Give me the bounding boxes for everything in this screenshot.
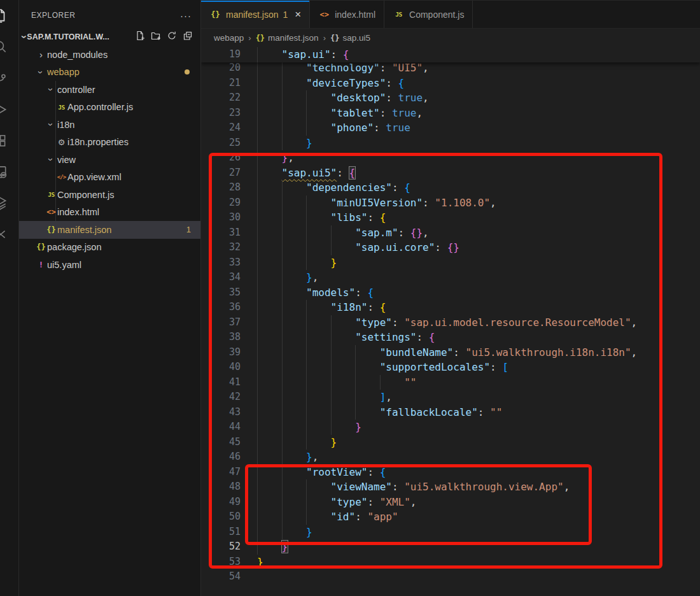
indent-guide <box>331 315 356 330</box>
code-line-28[interactable]: 28"dependencies": { <box>201 180 700 195</box>
code-line-34[interactable]: 34}, <box>201 270 700 285</box>
code-line-44[interactable]: 44} <box>201 420 700 435</box>
indent-guide <box>257 180 282 195</box>
code-line-23[interactable]: 23"tablet": true, <box>201 106 700 121</box>
code-token: } <box>306 137 312 149</box>
code-line-20[interactable]: 20"technology": "UI5", <box>201 60 700 76</box>
code-token: "XML" <box>380 496 410 508</box>
code-line-24[interactable]: 24"phone": true <box>201 120 700 136</box>
code-line-49[interactable]: 49"type": "XML", <box>201 495 700 510</box>
source-control-icon[interactable] <box>0 62 19 94</box>
code-token: ] <box>380 391 386 403</box>
breadcrumb-item-sap-ui5[interactable]: {}sap.ui5 <box>330 33 370 43</box>
tools-icon[interactable] <box>0 218 19 250</box>
explorer-icon[interactable] <box>0 0 19 31</box>
tree-item-index-html[interactable]: <>index.html <box>19 204 200 222</box>
code-line-45[interactable]: 45} <box>201 435 700 450</box>
tree-item-view[interactable]: ›view <box>19 151 200 169</box>
chevron-down-icon: › <box>36 66 46 78</box>
tree-item-i18n-properties[interactable]: ⚙i18n.properties <box>19 134 200 152</box>
tree-item-manifest-json[interactable]: {}manifest.json1 <box>19 221 200 239</box>
search-icon[interactable] <box>0 31 19 62</box>
code-line-27[interactable]: 27"sap.ui5": { <box>201 166 700 181</box>
code-editor[interactable]: 20"technology": "UI5",21"deviceTypes": {… <box>201 47 700 596</box>
tree-item-app-controller-js[interactable]: JSApp.controller.js <box>19 99 200 117</box>
line-number: 30 <box>201 210 241 225</box>
breadcrumb-item-webapp[interactable]: webapp <box>214 33 244 43</box>
line-number: 54 <box>201 569 241 585</box>
code-token: "sap.ui.core" <box>355 241 435 253</box>
code-line-35[interactable]: 35"models": { <box>201 285 700 301</box>
code-line-47[interactable]: 47"rootView": { <box>201 465 700 480</box>
line-number: 32 <box>201 240 241 255</box>
line-number: 51 <box>201 525 241 540</box>
code-line-22[interactable]: 22"desktop": true, <box>201 90 700 106</box>
code-line-25[interactable]: 25} <box>201 136 700 151</box>
code-token: : <box>367 496 379 508</box>
code-line-26[interactable]: 26}, <box>201 150 700 166</box>
code-line-21[interactable]: 21"deviceTypes": { <box>201 76 700 91</box>
code-line-33[interactable]: 33} <box>201 255 700 271</box>
code-line-30[interactable]: 30"libs": { <box>201 210 700 225</box>
tab-manifest-json[interactable]: {}manifest.json1× <box>201 1 310 28</box>
code-line-54[interactable]: 54 <box>201 569 700 585</box>
indent-guide <box>331 420 356 435</box>
close-icon[interactable]: × <box>295 9 301 20</box>
tree-item-ui5-yaml[interactable]: !ui5.yaml <box>19 256 200 274</box>
code-token: , <box>416 107 423 119</box>
code-line-39[interactable]: 39"bundleName": "ui5.walkthrough.i18n.i1… <box>201 345 700 360</box>
layers-icon[interactable] <box>0 187 19 218</box>
code-line-36[interactable]: 36"i18n": { <box>201 300 700 315</box>
tree-item-controller[interactable]: ›controller <box>19 81 200 99</box>
code-line-46[interactable]: 46}, <box>201 450 700 465</box>
new-file-icon[interactable] <box>135 31 145 43</box>
js-file-icon: JS <box>45 191 57 198</box>
tree-item-label: i18n.properties <box>67 137 129 147</box>
run-debug-icon[interactable] <box>0 94 19 125</box>
code-line-37[interactable]: 37"type": "sap.ui.model.resource.Resourc… <box>201 315 700 330</box>
breadcrumb-item-manifest-json[interactable]: {}manifest.json <box>256 33 319 43</box>
extensions-icon[interactable] <box>0 125 19 156</box>
tree-item-package-json[interactable]: {}package.json <box>19 239 200 257</box>
indent-guide <box>380 375 405 390</box>
new-folder-icon[interactable] <box>151 31 161 43</box>
line-number: 21 <box>201 76 241 91</box>
tree-item-node-modules[interactable]: ›node_modules <box>19 46 200 64</box>
collapse-all-icon[interactable] <box>183 31 193 43</box>
code-line-48[interactable]: 48"viewName": "ui5.walkthrough.view.App"… <box>201 479 700 495</box>
code-line-52[interactable]: 52} <box>201 539 700 555</box>
tab-component-js[interactable]: JSComponent.js <box>384 1 473 28</box>
remote-explorer-icon[interactable] <box>0 156 19 187</box>
code-line-53[interactable]: 53} <box>201 555 700 570</box>
code-line-32[interactable]: 32"sap.ui.core": {} <box>201 240 700 255</box>
code-line-38[interactable]: 38"settings": { <box>201 330 700 345</box>
more-actions-icon[interactable]: ··· <box>180 10 192 21</box>
code-line-40[interactable]: 40"supportedLocales": [ <box>201 360 700 375</box>
code-token: , <box>423 62 429 74</box>
code-line-31[interactable]: 31"sap.m": {}, <box>201 225 700 241</box>
tree-item-app-view-xml[interactable]: </>App.view.xml <box>19 169 200 187</box>
refresh-icon[interactable] <box>167 31 177 43</box>
indent-guide <box>282 405 307 420</box>
indent-guide <box>355 360 380 375</box>
code-token: : <box>367 211 379 223</box>
indent-guide <box>257 450 282 465</box>
indent-guide <box>282 509 307 525</box>
code-line-43[interactable]: 43"fallbackLocale": "" <box>201 405 700 420</box>
indent-guide <box>331 390 356 405</box>
code-token: "viewName" <box>331 481 392 493</box>
tree-item-component-js[interactable]: JSComponent.js <box>19 186 200 204</box>
code-token: , <box>631 316 638 329</box>
tab-index-html[interactable]: <>index.html <box>310 1 384 28</box>
code-token: , <box>490 197 496 209</box>
code-line-29[interactable]: 29"minUI5Version": "1.108.0", <box>201 195 700 211</box>
tree-item-webapp[interactable]: ›webapp <box>19 64 200 82</box>
code-line-42[interactable]: 42], <box>201 390 700 405</box>
tree-item-i18n[interactable]: ›i18n <box>19 116 200 134</box>
code-line-51[interactable]: 51} <box>201 525 700 540</box>
sticky-scroll-line[interactable]: 19"sap.ui": { <box>201 47 700 62</box>
workspace-section-header[interactable]: › SAP.M.TUTORIAL.W... <box>19 28 200 46</box>
sticky-line-19[interactable]: 19"sap.ui": { <box>201 47 700 62</box>
code-line-41[interactable]: 41"" <box>201 375 700 390</box>
code-line-50[interactable]: 50"id": "app" <box>201 509 700 525</box>
